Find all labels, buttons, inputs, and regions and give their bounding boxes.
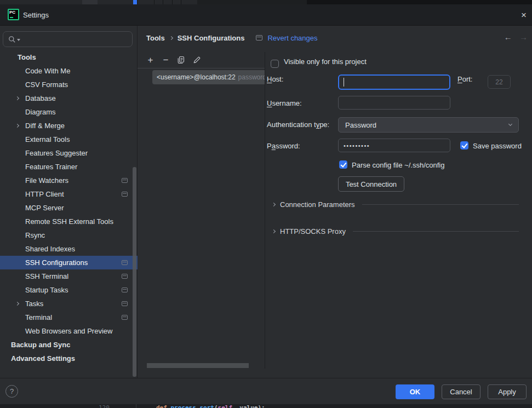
sidebar-item-ssh-configurations[interactable]: SSH Configurations (0, 256, 138, 269)
sidebar-item-csv-formats[interactable]: CSV Formats (0, 78, 138, 91)
apply-button[interactable]: Apply (488, 384, 527, 399)
sidebar-item-backup-and-sync[interactable]: Backup and Sync (0, 338, 138, 352)
code-token: ( (214, 404, 218, 408)
breadcrumb-tools[interactable]: Tools (146, 34, 165, 42)
chevron-right-icon[interactable] (15, 302, 19, 306)
code-token: def (156, 404, 171, 408)
per-project-settings-icon (122, 301, 128, 306)
per-project-settings-icon (122, 178, 128, 183)
help-icon[interactable]: ? (5, 385, 18, 398)
sidebar-item-label: Tasks (25, 300, 43, 308)
auth-type-select[interactable]: Password (338, 117, 519, 133)
search-history-dropdown-icon[interactable] (17, 39, 20, 41)
remove-icon[interactable]: − (161, 55, 170, 65)
sidebar-item-label: Tools (18, 53, 36, 61)
background-tab-strip-left (0, 0, 133, 4)
sidebar-item-diff-merge[interactable]: Diff & Merge (0, 119, 138, 133)
back-arrow-icon[interactable]: ← (504, 32, 512, 42)
revert-changes-link[interactable]: Revert changes (267, 34, 317, 42)
section-label: HTTP/SOCKS Proxy (280, 227, 346, 235)
dialog-title: Settings (23, 11, 49, 19)
background-editor-strip: 120 def process_sort(self, value): (0, 404, 532, 408)
test-connection-button[interactable]: Test Connection (338, 176, 404, 192)
section-http-socks-proxy[interactable]: HTTP/SOCKS Proxy (265, 225, 519, 237)
sidebar-item-terminal[interactable]: Terminal (0, 311, 138, 324)
sidebar-item-startup-tasks[interactable]: Startup Tasks (0, 283, 138, 297)
cancel-button[interactable]: Cancel (442, 384, 480, 399)
pycharm-logo-icon: PC (8, 9, 19, 20)
sidebar-item-label: SSH Terminal (25, 272, 68, 280)
ssh-config-form: Visible only for this project Host: Port… (265, 52, 532, 369)
sidebar-item-tools[interactable]: Tools (0, 50, 138, 64)
sidebar-item-features-trainer[interactable]: Features Trainer (0, 160, 138, 174)
parse-config-checkbox[interactable] (339, 160, 347, 169)
settings-search-input[interactable] (3, 31, 133, 47)
password-label: Password: (267, 142, 300, 150)
sidebar-item-mcp-server[interactable]: MCP Server (0, 201, 138, 215)
sidebar-item-http-client[interactable]: HTTP Client (0, 187, 138, 201)
sidebar-item-label: Features Trainer (25, 163, 77, 171)
per-project-settings-icon (122, 192, 128, 197)
ok-button[interactable]: OK (396, 384, 434, 399)
host-input[interactable] (338, 74, 450, 90)
tab-divider (181, 0, 181, 4)
pycharm-logo-text: PC (9, 10, 15, 15)
sidebar-item-label: Features Suggester (25, 149, 88, 157)
chevron-right-icon[interactable] (15, 96, 19, 100)
section-separator (353, 231, 519, 232)
edit-pencil-icon[interactable] (192, 55, 201, 65)
section-label: Connection Parameters (280, 200, 355, 209)
visible-only-checkbox[interactable] (271, 60, 279, 68)
host-label: Host: (267, 75, 283, 83)
close-icon[interactable]: × (518, 9, 530, 21)
section-connection-parameters[interactable]: Connection Parameters (265, 198, 519, 210)
list-toolbar: + − (138, 52, 265, 68)
chevron-right-icon (272, 202, 276, 206)
sidebar-item-ssh-terminal[interactable]: SSH Terminal (0, 269, 138, 283)
sidebar-item-diagrams[interactable]: Diagrams (0, 105, 138, 119)
settings-sidebar: ToolsCode With MeCSV FormatsDatabaseDiag… (0, 26, 138, 378)
sidebar-scrollbar[interactable] (133, 167, 136, 377)
tab-divider (172, 0, 173, 4)
connection-list-item[interactable]: <username>@localhost:22password (152, 70, 265, 84)
list-horizontal-scrollbar[interactable] (147, 363, 249, 368)
per-project-settings-icon (122, 315, 128, 320)
history-nav: ← → (504, 32, 528, 42)
sidebar-item-rsync[interactable]: Rsync (0, 228, 138, 242)
sidebar-item-advanced-settings[interactable]: Advanced Settings (0, 352, 138, 365)
sidebar-item-tasks[interactable]: Tasks (0, 297, 138, 311)
sidebar-item-label: Rsync (25, 231, 45, 239)
sidebar-item-web-browsers-and-preview[interactable]: Web Browsers and Preview (0, 324, 138, 338)
chevron-right-icon[interactable] (15, 124, 19, 128)
code-token: , value): (232, 404, 265, 408)
sidebar-item-external-tools[interactable]: External Tools (0, 133, 138, 146)
port-input[interactable]: 22 (488, 75, 511, 89)
sidebar-item-remote-ssh-external-tools[interactable]: Remote SSH External Tools (0, 215, 138, 228)
sidebar-item-label: Advanced Settings (11, 354, 75, 363)
forward-arrow-icon[interactable]: → (519, 32, 528, 42)
chevron-right-icon (272, 229, 276, 233)
add-icon[interactable]: + (146, 55, 155, 65)
code-token: process_sort (171, 404, 214, 408)
sidebar-item-label: SSH Configurations (25, 258, 88, 267)
per-project-settings-icon (122, 260, 128, 265)
sidebar-item-label: Terminal (25, 313, 52, 321)
sidebar-item-database[interactable]: Database (0, 91, 138, 105)
copy-icon[interactable] (176, 55, 186, 65)
background-tab-strip (0, 0, 532, 4)
background-tab-segment (137, 0, 197, 4)
editor-line-number: 120 (99, 404, 110, 408)
save-password-checkbox[interactable] (460, 141, 468, 150)
section-separator (362, 204, 519, 205)
username-input[interactable] (338, 96, 450, 110)
sidebar-item-label: Remote SSH External Tools (25, 217, 113, 226)
sidebar-item-features-suggester[interactable]: Features Suggester (0, 146, 138, 160)
port-label: Port: (457, 75, 472, 83)
sidebar-item-file-watchers[interactable]: File Watchers (0, 174, 138, 187)
sidebar-item-label: Shared Indexes (25, 245, 75, 253)
breadcrumb: Tools SSH Configurations Revert changes … (138, 26, 532, 50)
username-label: Username: (267, 99, 302, 107)
sidebar-item-shared-indexes[interactable]: Shared Indexes (0, 242, 138, 256)
password-input[interactable]: ••••••••• (338, 139, 450, 152)
sidebar-item-code-with-me[interactable]: Code With Me (0, 64, 138, 78)
